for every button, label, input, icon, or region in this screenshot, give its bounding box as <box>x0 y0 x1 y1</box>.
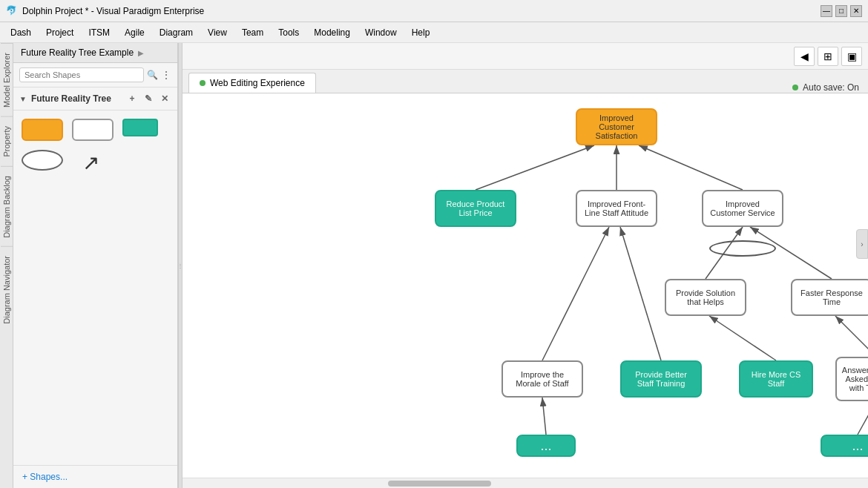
shape-thumb-teal[interactable] <box>120 116 160 143</box>
svg-line-8 <box>709 316 776 360</box>
breadcrumb: Future Reality Tree Example ▶ <box>13 43 177 63</box>
orange-node-shape <box>22 119 63 141</box>
node-n12[interactable]: ... <box>821 435 868 457</box>
menu-bar: Dash Project ITSM Agile Diagram View Tea… <box>0 22 868 43</box>
menu-tools[interactable]: Tools <box>271 24 306 41</box>
menu-team[interactable]: Team <box>234 24 271 41</box>
svg-line-5 <box>620 227 661 360</box>
svg-line-1 <box>476 145 594 190</box>
node-n4[interactable]: Improved Customer Service <box>702 190 783 227</box>
menu-help[interactable]: Help <box>404 24 438 41</box>
side-tabs: Model Explorer Property Diagram Backlog … <box>0 43 13 488</box>
minimize-button[interactable]: — <box>821 5 832 17</box>
menu-project[interactable]: Project <box>39 24 81 41</box>
menu-itsm[interactable]: ITSM <box>81 24 117 41</box>
tree-header: ▼ Future Reality Tree + ✎ ✕ <box>19 92 171 105</box>
node-n3[interactable]: Improved Front-Line Staff Attitude <box>576 190 657 227</box>
autosave-label: Auto save: On <box>803 82 859 93</box>
arrow-icon: ↗ <box>82 151 99 175</box>
title-bar: 🐬 Dolphin Project * - Visual Paradigm En… <box>0 0 868 22</box>
toolbar-btn-split[interactable]: ⊞ <box>818 47 838 66</box>
app-logo: 🐬 <box>6 5 18 17</box>
shape-thumb-arrow[interactable]: ↗ <box>70 148 111 177</box>
tree-close-button[interactable]: ✕ <box>158 92 171 105</box>
canvas-svg <box>183 93 868 478</box>
autosave-dot <box>792 85 798 90</box>
more-options-icon[interactable]: ⋮ <box>161 69 171 81</box>
diagram-tab-web-editing[interactable]: Web Editing Experience <box>188 73 316 93</box>
shape-thumb-ellipse[interactable] <box>19 148 65 177</box>
sidebar-item-property[interactable]: Property <box>1 116 13 166</box>
menu-view[interactable]: View <box>200 24 234 41</box>
svg-line-11 <box>858 401 868 435</box>
canvas[interactable]: Improved Customer SatisfactionReduce Pro… <box>183 93 868 478</box>
node-n9[interactable]: Hire More CS Staff <box>739 360 813 398</box>
right-panel: ◀ ⊞ ▣ Web Editing Experience Auto save: … <box>183 43 868 488</box>
tree-actions: + ✎ ✕ <box>125 92 171 105</box>
node-n11[interactable]: ... <box>516 435 576 457</box>
menu-modeling[interactable]: Modeling <box>306 24 358 41</box>
sidebar-item-diagram-navigator[interactable]: Diagram Navigator <box>1 246 13 333</box>
ellipse-shape <box>22 150 63 171</box>
panel-collapse-button[interactable]: › <box>856 229 868 259</box>
node-n5[interactable]: Provide Solution that Helps <box>665 279 746 316</box>
svg-line-9 <box>835 316 868 357</box>
menu-dash[interactable]: Dash <box>3 24 39 41</box>
sidebar-item-diagram-backlog[interactable]: Diagram Backlog <box>1 166 13 247</box>
svg-line-3 <box>639 145 743 190</box>
node-n6[interactable]: Faster Response Time <box>791 279 868 316</box>
left-panel: Model Explorer Property Diagram Backlog … <box>0 43 178 488</box>
menu-window[interactable]: Window <box>358 24 404 41</box>
title-bar-controls: — □ ✕ <box>821 5 862 17</box>
node-n1[interactable]: Improved Customer Satisfaction <box>576 108 657 145</box>
top-toolbar: ◀ ⊞ ▣ <box>183 43 868 70</box>
shape-thumb-orange[interactable] <box>19 116 65 143</box>
tree-add-button[interactable]: + <box>125 92 139 105</box>
diagram-tab-dot <box>200 80 206 86</box>
shape-thumb-white[interactable] <box>70 116 116 143</box>
add-shapes-button[interactable]: + Shapes... <box>13 465 177 488</box>
toolbar-btn-panel[interactable]: ▣ <box>841 47 862 66</box>
shape-thumbnails: ↗ <box>13 111 177 183</box>
left-inner: Future Reality Tree Example ▶ 🔍 ⋮ ▼ Futu… <box>13 43 177 488</box>
menu-agile[interactable]: Agile <box>117 24 152 41</box>
node-n7[interactable]: Improve the Morale of Staff <box>502 360 583 398</box>
maximize-button[interactable]: □ <box>835 5 847 17</box>
svg-line-10 <box>542 398 546 435</box>
search-input[interactable] <box>19 67 144 82</box>
app-title: Dolphin Project * - Visual Paradigm Ente… <box>22 6 821 16</box>
diagram-tab-label: Web Editing Experience <box>210 78 305 88</box>
bottom-scrollbar[interactable] <box>183 478 868 488</box>
tree-title: Future Reality Tree <box>31 93 111 104</box>
toolbar-btn-back[interactable]: ◀ <box>794 47 815 66</box>
node-n10[interactable]: Answer Commonly Asked Questions with Tem… <box>835 357 868 401</box>
close-button[interactable]: ✕ <box>850 5 862 17</box>
sidebar-item-model-explorer[interactable]: Model Explorer <box>1 43 13 116</box>
white-node-shape <box>72 119 114 141</box>
scroll-thumb[interactable] <box>388 481 491 487</box>
tree-edit-button[interactable]: ✎ <box>142 92 155 105</box>
node-n2[interactable]: Reduce Product List Price <box>435 190 516 227</box>
tree-toggle-icon[interactable]: ▼ <box>19 95 27 103</box>
tree-section: ▼ Future Reality Tree + ✎ ✕ <box>13 88 177 111</box>
search-icon[interactable]: 🔍 <box>147 70 158 80</box>
main-layout: Model Explorer Property Diagram Backlog … <box>0 43 868 488</box>
node-n8[interactable]: Provide Better Staff Training <box>620 360 702 398</box>
search-bar: 🔍 ⋮ <box>13 63 177 88</box>
menu-diagram[interactable]: Diagram <box>152 24 200 41</box>
teal-node-shape <box>122 119 158 136</box>
breadcrumb-arrow-icon: ▶ <box>138 49 144 57</box>
breadcrumb-text: Future Reality Tree Example <box>21 47 134 58</box>
autosave-indicator: Auto save: On <box>792 82 868 93</box>
svg-line-4 <box>542 227 609 360</box>
ellipse-connector-0 <box>709 240 776 257</box>
diagram-tab-bar: Web Editing Experience Auto save: On <box>183 70 868 93</box>
